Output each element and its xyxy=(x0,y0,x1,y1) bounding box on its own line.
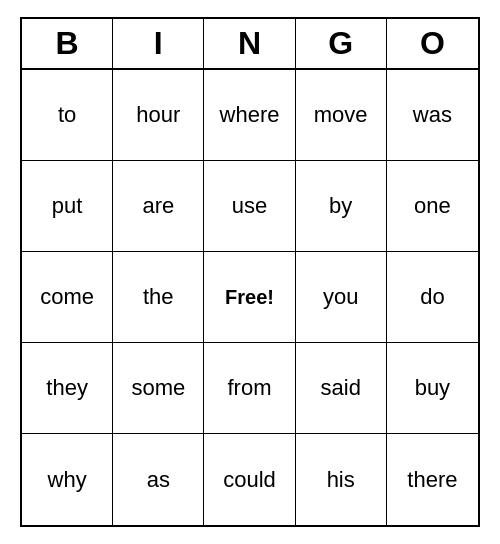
header-n: N xyxy=(204,19,295,68)
bingo-cell-24[interactable]: there xyxy=(387,434,478,525)
bingo-grid: tohourwheremovewasputareusebyonecometheF… xyxy=(22,70,478,525)
bingo-cell-5[interactable]: put xyxy=(22,161,113,252)
bingo-cell-11[interactable]: the xyxy=(113,252,204,343)
bingo-cell-20[interactable]: why xyxy=(22,434,113,525)
bingo-cell-10[interactable]: come xyxy=(22,252,113,343)
bingo-cell-2[interactable]: where xyxy=(204,70,295,161)
bingo-cell-21[interactable]: as xyxy=(113,434,204,525)
bingo-cell-15[interactable]: they xyxy=(22,343,113,434)
bingo-cell-18[interactable]: said xyxy=(296,343,387,434)
bingo-cell-9[interactable]: one xyxy=(387,161,478,252)
bingo-cell-17[interactable]: from xyxy=(204,343,295,434)
bingo-cell-7[interactable]: use xyxy=(204,161,295,252)
header-o: O xyxy=(387,19,478,68)
bingo-cell-19[interactable]: buy xyxy=(387,343,478,434)
bingo-cell-13[interactable]: you xyxy=(296,252,387,343)
bingo-cell-14[interactable]: do xyxy=(387,252,478,343)
bingo-cell-8[interactable]: by xyxy=(296,161,387,252)
bingo-cell-12[interactable]: Free! xyxy=(204,252,295,343)
bingo-cell-0[interactable]: to xyxy=(22,70,113,161)
bingo-cell-16[interactable]: some xyxy=(113,343,204,434)
bingo-cell-22[interactable]: could xyxy=(204,434,295,525)
header-b: B xyxy=(22,19,113,68)
bingo-card: B I N G O tohourwheremovewasputareusebyo… xyxy=(20,17,480,527)
bingo-cell-3[interactable]: move xyxy=(296,70,387,161)
header-g: G xyxy=(296,19,387,68)
bingo-cell-6[interactable]: are xyxy=(113,161,204,252)
bingo-cell-23[interactable]: his xyxy=(296,434,387,525)
bingo-header: B I N G O xyxy=(22,19,478,70)
bingo-cell-1[interactable]: hour xyxy=(113,70,204,161)
header-i: I xyxy=(113,19,204,68)
bingo-cell-4[interactable]: was xyxy=(387,70,478,161)
